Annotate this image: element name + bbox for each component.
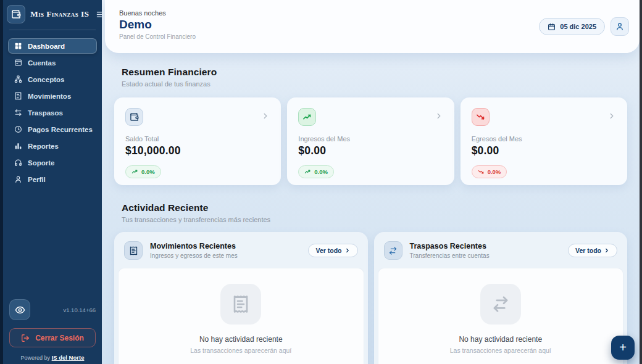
date-picker-button[interactable]: 05 dic 2025 bbox=[539, 18, 605, 35]
panel-empty-state: No hay actividad reciente Las transaccio… bbox=[378, 268, 624, 364]
trending-up-icon bbox=[298, 108, 316, 126]
receipt-icon bbox=[220, 284, 261, 325]
summary-subtitle: Estado actual de tus finanzas bbox=[122, 80, 627, 88]
panel-subtitle: Ingresos y egresos de este mes bbox=[150, 252, 238, 259]
wallet-icon bbox=[125, 108, 143, 126]
sidebar-item-soporte[interactable]: Soporte bbox=[8, 155, 97, 170]
sidebar-footer: v1.10.14+66 Cerrar Sesión Powered by IS … bbox=[3, 299, 102, 364]
sidebar-item-label: Perfil bbox=[28, 176, 46, 183]
sidebar: Mis Finanzas IS Dashboard Cuentas Concep… bbox=[3, 0, 102, 364]
trend-value: 0.0% bbox=[314, 168, 328, 175]
sidebar-item-cuentas[interactable]: Cuentas bbox=[8, 55, 97, 70]
chevron-right-icon bbox=[607, 112, 616, 123]
trend-badge: 0.0% bbox=[472, 165, 507, 178]
panel-title: Movimientos Recientes bbox=[150, 242, 238, 250]
sidebar-item-label: Cuentas bbox=[28, 59, 56, 67]
sidebar-item-movimientos[interactable]: Movimientos bbox=[8, 88, 97, 104]
reports-icon bbox=[14, 142, 22, 150]
sidebar-item-label: Pagos Recurrentes bbox=[28, 126, 93, 133]
chevron-right-icon bbox=[604, 247, 610, 254]
dashboard-content: Resumen Financiero Estado actual de tus … bbox=[102, 53, 640, 364]
dashboard-icon bbox=[14, 42, 22, 50]
activity-section: Actividad Reciente Tus transacciones y t… bbox=[114, 202, 627, 364]
powered-by: Powered by IS del Norte bbox=[9, 354, 96, 361]
eye-icon[interactable] bbox=[9, 299, 30, 320]
powered-by-brand-link[interactable]: IS del Norte bbox=[52, 354, 85, 361]
trend-value: 0.0% bbox=[488, 168, 501, 175]
summary-section: Resumen Financiero Estado actual de tus … bbox=[114, 67, 627, 185]
transfers-icon bbox=[14, 109, 22, 117]
main-area: Buenas noches Demo Panel de Control Fina… bbox=[102, 0, 640, 364]
movimientos-recientes-panel: Movimientos Recientes Ingresos y egresos… bbox=[114, 232, 368, 364]
panel-empty-state: No hay actividad reciente Las transaccio… bbox=[118, 268, 364, 364]
traspasos-recientes-panel: Traspasos Recientes Transferencias entre… bbox=[374, 232, 628, 364]
ingresos-card[interactable]: Ingresos del Mes $0.00 0.0% bbox=[287, 97, 454, 185]
sidebar-item-label: Traspasos bbox=[28, 109, 63, 117]
sidebar-item-perfil[interactable]: Perfil bbox=[8, 172, 97, 187]
ver-todo-label: Ver todo bbox=[315, 247, 341, 254]
card-label: Ingresos del Mes bbox=[298, 135, 443, 143]
sidebar-item-reportes[interactable]: Reportes bbox=[8, 138, 97, 154]
panel-header: Movimientos Recientes Ingresos y egresos… bbox=[114, 232, 368, 268]
accounts-icon bbox=[14, 59, 22, 67]
card-value: $10,000.00 bbox=[125, 144, 270, 157]
sidebar-item-label: Dashboard bbox=[28, 43, 65, 50]
wallet-icon bbox=[11, 9, 21, 19]
profile-icon bbox=[14, 175, 22, 183]
sidebar-item-label: Conceptos bbox=[28, 76, 64, 83]
sidebar-nav: Dashboard Cuentas Conceptos Movimientos … bbox=[3, 38, 102, 187]
sidebar-item-label: Reportes bbox=[28, 143, 59, 150]
trending-down-icon bbox=[472, 108, 490, 126]
logout-icon bbox=[21, 334, 30, 342]
sidebar-header: Mis Finanzas IS bbox=[3, 0, 102, 28]
logout-button[interactable]: Cerrar Sesión bbox=[9, 328, 96, 347]
card-value: $0.00 bbox=[472, 144, 616, 157]
date-label: 05 dic 2025 bbox=[560, 23, 596, 30]
sidebar-item-label: Movimientos bbox=[28, 93, 71, 100]
movements-icon bbox=[14, 92, 22, 100]
header-controls: 05 dic 2025 bbox=[539, 17, 629, 36]
panel-subtitle: Transferencias entre cuentas bbox=[410, 252, 490, 259]
chevron-right-icon bbox=[344, 247, 351, 254]
user-profile-button[interactable] bbox=[611, 17, 629, 36]
trend-badge: 0.0% bbox=[298, 165, 334, 178]
sidebar-item-label: Soporte bbox=[28, 159, 54, 167]
activity-subtitle: Tus transacciones y transferencias más r… bbox=[122, 216, 627, 223]
sidebar-item-dashboard[interactable]: Dashboard bbox=[8, 38, 97, 54]
card-label: Saldo Total bbox=[125, 135, 270, 143]
ver-todo-button[interactable]: Ver todo bbox=[568, 244, 617, 257]
scrollbar[interactable] bbox=[640, 0, 642, 364]
trending-down-icon bbox=[478, 168, 485, 175]
transfer-arrows-icon bbox=[384, 241, 402, 260]
trend-value: 0.0% bbox=[141, 168, 155, 175]
trend-badge: 0.0% bbox=[125, 165, 161, 178]
sidebar-item-traspasos[interactable]: Traspasos bbox=[8, 105, 97, 120]
card-label: Egresos del Mes bbox=[472, 135, 616, 143]
sidebar-item-pagos-recurrentes[interactable]: Pagos Recurrentes bbox=[8, 122, 97, 137]
plus-icon: + bbox=[619, 341, 627, 355]
empty-title: No hay actividad reciente bbox=[119, 335, 364, 344]
add-button[interactable]: + bbox=[611, 336, 635, 360]
recurring-payments-icon bbox=[14, 125, 22, 133]
panel-header: Traspasos Recientes Transferencias entre… bbox=[374, 232, 628, 268]
receipt-icon bbox=[124, 241, 143, 260]
app-title: Mis Finanzas IS bbox=[30, 9, 90, 19]
empty-subtitle: Las transacciones aparecerán aquí bbox=[119, 347, 364, 354]
page-header: Buenas noches Demo Panel de Control Fina… bbox=[105, 0, 640, 53]
chevron-right-icon bbox=[435, 112, 443, 123]
panel-title: Traspasos Recientes bbox=[410, 242, 490, 250]
ver-todo-button[interactable]: Ver todo bbox=[308, 244, 357, 257]
egresos-card[interactable]: Egresos del Mes $0.00 0.0% bbox=[461, 97, 627, 185]
user-icon bbox=[615, 22, 625, 31]
saldo-total-card[interactable]: Saldo Total $10,000.00 0.0% bbox=[114, 97, 281, 185]
app-logo bbox=[7, 5, 25, 23]
transfer-arrows-icon bbox=[480, 284, 521, 325]
sidebar-divider bbox=[9, 30, 96, 30]
support-icon bbox=[14, 159, 22, 167]
summary-cards-row: Saldo Total $10,000.00 0.0% bbox=[114, 97, 627, 185]
sidebar-item-conceptos[interactable]: Conceptos bbox=[8, 72, 97, 87]
chevron-right-icon bbox=[261, 112, 270, 123]
trending-up-icon bbox=[131, 168, 138, 175]
app-window: Mis Finanzas IS Dashboard Cuentas Concep… bbox=[0, 0, 642, 364]
app-version: v1.10.14+66 bbox=[63, 307, 96, 313]
